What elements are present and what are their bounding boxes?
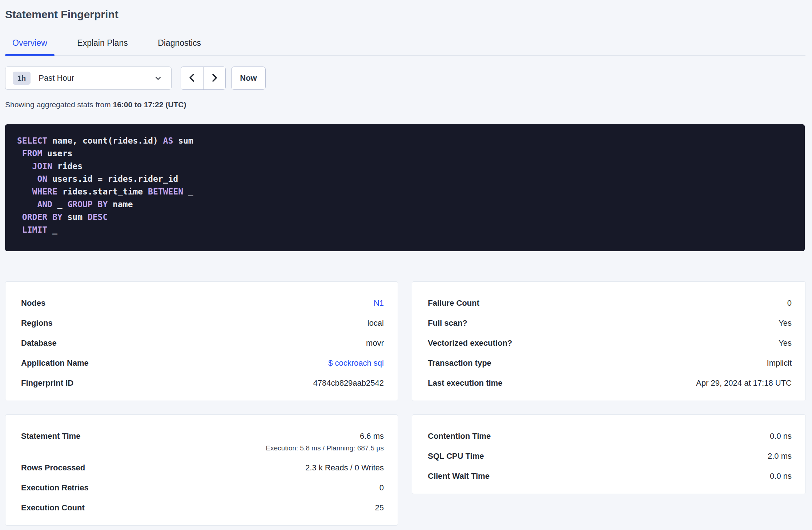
row-label: Full scan? [428, 318, 467, 328]
sql-statement-box: SELECT name, count(rides.id) AS sum FROM… [5, 124, 805, 251]
row-value: 4784cb829aab2542 [313, 378, 384, 388]
row-value: 0 [379, 483, 384, 493]
row-value-wrap: 0 [379, 483, 384, 493]
row-value-wrap: Yes [779, 318, 792, 328]
row-value-wrap: 0 [787, 298, 792, 308]
time-range-dropdown[interactable]: 1h Past Hour [5, 67, 172, 90]
previous-interval-button[interactable] [181, 67, 203, 89]
row-value-wrap: $ cockroach sql [328, 358, 384, 368]
row-value-wrap: 2.3 k Reads / 0 Writes [305, 463, 384, 473]
row-label: Execution Count [21, 503, 85, 513]
row-value: 2.0 ms [768, 451, 792, 461]
summary-prefix: Showing aggregated stats from [5, 100, 113, 109]
row-value: Implicit [767, 358, 792, 368]
sql-line: WHERE rides.start_time BETWEEN _ [17, 185, 794, 198]
sql-line: FROM users [17, 147, 794, 160]
row-value: 0.0 ns [770, 431, 792, 441]
row-label: Rows Processed [21, 463, 85, 473]
panel-row: Fingerprint ID4784cb829aab2542 [21, 378, 384, 388]
time-range-label: Past Hour [39, 73, 74, 83]
row-value: 0.0 ns [770, 471, 792, 481]
summary-time-range: 16:00 to 17:22 (UTC) [113, 100, 186, 109]
row-label: Failure Count [428, 298, 479, 308]
row-label: Transaction type [428, 358, 491, 368]
execution-attributes-panel: Failure Count0Full scan?YesVectorized ex… [412, 281, 806, 401]
tab-explain-plans[interactable]: Explain Plans [70, 38, 135, 55]
row-value-link[interactable]: $ cockroach sql [328, 358, 384, 368]
row-value: movr [366, 338, 384, 348]
time-range-badge: 1h [13, 72, 31, 85]
row-value-link[interactable]: N1 [374, 298, 384, 308]
chevron-right-icon [210, 72, 219, 84]
chevron-left-icon [187, 72, 197, 84]
wait-time-panel: Contention Time0.0 nsSQL CPU Time2.0 msC… [412, 414, 806, 494]
panel-row: Execution Count25 [21, 503, 384, 513]
panel-row: Transaction typeImplicit [428, 358, 792, 368]
panel-row: Failure Count0 [428, 298, 792, 308]
panel-row: Contention Time0.0 ns [428, 431, 792, 441]
panel-row: Application Name$ cockroach sql [21, 358, 384, 368]
statement-info-panel: NodesN1RegionslocalDatabasemovrApplicati… [5, 281, 398, 401]
now-button[interactable]: Now [231, 67, 266, 90]
tab-bar: Overview Explain Plans Diagnostics [5, 38, 805, 56]
row-label: Nodes [21, 298, 45, 308]
sql-line: LIMIT _ [17, 224, 794, 236]
panel-row: Execution Retries0 [21, 483, 384, 493]
sql-line: SELECT name, count(rides.id) AS sum [17, 134, 794, 147]
next-interval-button[interactable] [203, 67, 226, 89]
row-value-wrap: Implicit [767, 358, 792, 368]
time-toolbar: 1h Past Hour [5, 67, 805, 90]
stats-panels-grid: NodesN1RegionslocalDatabasemovrApplicati… [5, 281, 805, 526]
row-value-wrap: N1 [374, 298, 384, 308]
row-label: Application Name [21, 358, 89, 368]
row-label: Database [21, 338, 57, 348]
row-label: Client Wait Time [428, 471, 490, 481]
row-value: Yes [779, 338, 792, 348]
row-label: Regions [21, 318, 53, 328]
panel-row: Statement Time6.6 msExecution: 5.8 ms / … [21, 431, 384, 453]
row-value-wrap: Yes [779, 338, 792, 348]
row-value: 2.3 k Reads / 0 Writes [305, 463, 384, 473]
panel-row: Vectorized execution?Yes [428, 338, 792, 348]
statement-timing-panel: Statement Time6.6 msExecution: 5.8 ms / … [5, 414, 398, 526]
panel-row: Last execution timeApr 29, 2024 at 17:18… [428, 378, 792, 388]
row-value-wrap: 25 [375, 503, 384, 513]
sql-line: JOIN rides [17, 160, 794, 173]
row-value-wrap: 6.6 msExecution: 5.8 ms / Planning: 687.… [266, 431, 384, 453]
sql-line: ORDER BY sum DESC [17, 211, 794, 224]
row-value-wrap: movr [366, 338, 384, 348]
row-value-wrap: Apr 29, 2024 at 17:18 UTC [696, 378, 792, 388]
row-label: Vectorized execution? [428, 338, 512, 348]
row-label: Fingerprint ID [21, 378, 73, 388]
row-label: Last execution time [428, 378, 502, 388]
row-value-wrap: 2.0 ms [768, 451, 792, 461]
sql-line: ON users.id = rides.rider_id [17, 173, 794, 185]
tab-diagnostics[interactable]: Diagnostics [150, 38, 208, 55]
panel-row: Regionslocal [21, 318, 384, 328]
row-label: SQL CPU Time [428, 451, 484, 461]
panel-row: SQL CPU Time2.0 ms [428, 451, 792, 461]
row-value: Apr 29, 2024 at 17:18 UTC [696, 378, 792, 388]
row-label: Contention Time [428, 431, 491, 441]
row-subvalue: Execution: 5.8 ms / Planning: 687.5 µs [266, 444, 384, 453]
panel-row: Client Wait Time0.0 ns [428, 471, 792, 481]
row-value-wrap: local [367, 318, 384, 328]
panel-row: Databasemovr [21, 338, 384, 348]
row-value-wrap: 4784cb829aab2542 [313, 378, 384, 388]
row-value-wrap: 0.0 ns [770, 431, 792, 441]
tab-overview[interactable]: Overview [5, 38, 55, 55]
row-label: Statement Time [21, 431, 80, 441]
page-title: Statement Fingerprint [5, 8, 805, 21]
statement-fingerprint-page: Statement Fingerprint Overview Explain P… [0, 0, 812, 526]
panel-row: Rows Processed2.3 k Reads / 0 Writes [21, 463, 384, 473]
sql-line: AND _ GROUP BY name [17, 198, 794, 211]
row-value: 6.6 ms [266, 431, 384, 441]
panel-row: Full scan?Yes [428, 318, 792, 328]
row-value: local [367, 318, 384, 328]
time-interval-arrows [181, 67, 226, 90]
row-value: Yes [779, 318, 792, 328]
chevron-down-icon [154, 74, 162, 83]
row-value: 0 [787, 298, 792, 308]
row-value: 25 [375, 503, 384, 513]
row-value-wrap: 0.0 ns [770, 471, 792, 481]
